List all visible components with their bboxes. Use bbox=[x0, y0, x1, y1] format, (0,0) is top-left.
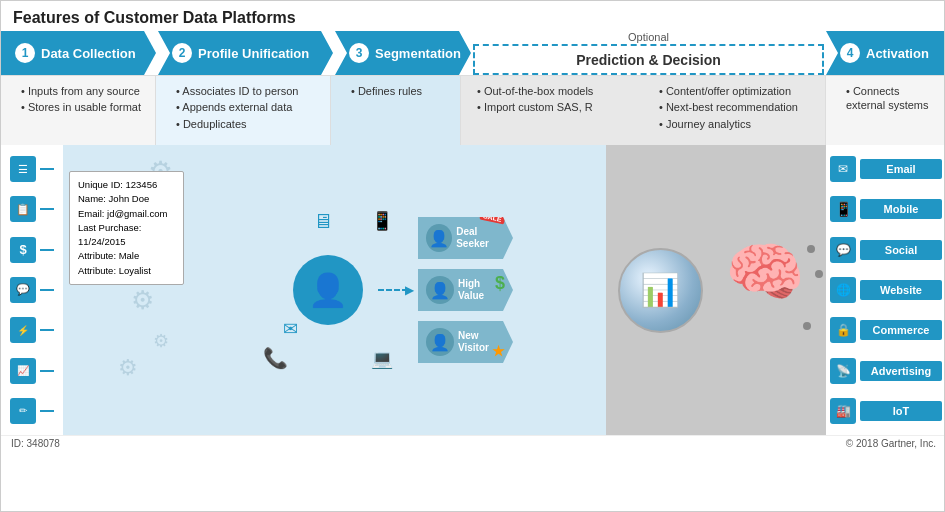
profile-purchase: Last Purchase: 11/24/2015 bbox=[78, 221, 175, 250]
profile-attr2: Attribute: Loyalist bbox=[78, 264, 175, 278]
desc-pred-1: Out-of-the-box models bbox=[477, 84, 635, 98]
left-icon-row-7: ✏ bbox=[10, 398, 54, 424]
desc-pred-2: Import custom SAS, R bbox=[477, 100, 635, 114]
step-1[interactable]: 1 Data Collection bbox=[1, 31, 156, 75]
center-blue-area: Unique ID: 123456 Name: John Doe Email: … bbox=[63, 145, 826, 435]
desc-pu-3: Deduplicates bbox=[176, 117, 298, 131]
step-3-num: 3 bbox=[349, 43, 369, 63]
desc-pred-5: Journey analytics bbox=[659, 117, 817, 131]
step-3-label: Segmentation bbox=[375, 46, 461, 61]
channel-website-row: 🌐 Website bbox=[830, 277, 942, 303]
commerce-label: Commerce bbox=[860, 320, 942, 340]
data-source-icon-7: ✏ bbox=[10, 398, 36, 424]
network-node-1 bbox=[807, 245, 815, 253]
profile-id: Unique ID: 123456 bbox=[78, 178, 175, 192]
crystal-ball: 📊 bbox=[618, 248, 703, 333]
prediction-label: Prediction & Decision bbox=[576, 52, 721, 68]
step-1-num: 1 bbox=[15, 43, 35, 63]
star-badge: ★ bbox=[492, 343, 505, 359]
social-icon: 💬 bbox=[830, 237, 856, 263]
desc-seg-1: Defines rules bbox=[351, 84, 422, 98]
segment-icon-2: 👤 bbox=[426, 276, 454, 304]
device-tablet: 📱 bbox=[371, 210, 393, 232]
profile-name: Name: John Doe bbox=[78, 192, 175, 206]
left-icon-row-6: 📈 bbox=[10, 358, 54, 384]
step-1-label: Data Collection bbox=[41, 46, 136, 61]
profile-attr1: Attribute: Male bbox=[78, 249, 175, 263]
step-4[interactable]: 4 Activation bbox=[826, 31, 945, 75]
gear-decoration-6: ⚙ bbox=[118, 355, 138, 381]
prediction-box: Prediction & Decision bbox=[473, 44, 824, 75]
email-label: Email bbox=[860, 159, 942, 179]
email-icon: ✉ bbox=[830, 156, 856, 182]
network-node-3 bbox=[803, 322, 811, 330]
device-laptop: 💻 bbox=[371, 348, 393, 370]
central-person-circle: 👤 bbox=[293, 255, 363, 325]
step-4-label: Activation bbox=[866, 46, 929, 61]
desc-profile-unification: Associates ID to person Appends external… bbox=[156, 76, 331, 145]
channel-email-row: ✉ Email bbox=[830, 156, 942, 182]
step-2-num: 2 bbox=[172, 43, 192, 63]
description-row: Inputs from any source Stores in usable … bbox=[1, 75, 945, 145]
segment-1-label: Deal Seeker bbox=[456, 226, 489, 250]
desc-pu-2: Appends external data bbox=[176, 100, 298, 114]
mobile-label: Mobile bbox=[860, 199, 942, 219]
data-source-icon-4: 💬 bbox=[10, 277, 36, 303]
left-icons-column: ☰ 📋 $ 💬 ⚡ 📈 bbox=[1, 145, 63, 435]
data-source-icon-5: ⚡ bbox=[10, 317, 36, 343]
advertising-label: Advertising bbox=[860, 361, 942, 381]
prediction-optional-box: Optional Prediction & Decision bbox=[473, 31, 824, 75]
connector-line-2 bbox=[40, 208, 54, 210]
segment-high-value: 👤 High Value $ bbox=[418, 269, 513, 311]
brain-icon: 🧠 bbox=[715, 240, 815, 304]
network-node-2 bbox=[815, 270, 823, 278]
arrow-head: ▶ bbox=[405, 283, 414, 297]
desc-pred-4: Next-best recommendation bbox=[659, 100, 817, 114]
segment-new-visitor: 👤 New Visitor ★ bbox=[418, 321, 513, 363]
data-source-icon-1: ☰ bbox=[10, 156, 36, 182]
desc-pred-3: Content/offer optimization bbox=[659, 84, 817, 98]
connector-line-1 bbox=[40, 168, 54, 170]
device-phone: 📞 bbox=[263, 346, 288, 370]
gear-decoration-4: ⚙ bbox=[131, 285, 154, 316]
gear-decoration-5: ⚙ bbox=[153, 330, 169, 352]
step-3[interactable]: 3 Segmentation bbox=[335, 31, 471, 75]
desc-data-collection: Inputs from any source Stores in usable … bbox=[1, 76, 156, 145]
right-channels-column: ✉ Email 📱 Mobile 💬 Social 🌐 Website 🔒 Co… bbox=[826, 145, 945, 435]
device-email: ✉ bbox=[283, 318, 298, 340]
mobile-icon: 📱 bbox=[830, 196, 856, 222]
left-icon-row-4: 💬 bbox=[10, 277, 54, 303]
desc-act-1: Connects external systems bbox=[846, 84, 936, 113]
desc-pred-col2: Content/offer optimization Next-best rec… bbox=[643, 76, 825, 141]
segments-area: 👤 Deal Seeker SALE 👤 High Value $ 👤 New … bbox=[418, 217, 513, 363]
connector-line-5 bbox=[40, 329, 54, 331]
sale-badge: SALE bbox=[480, 211, 506, 225]
steps-row: 1 Data Collection 2 Profile Unification … bbox=[1, 31, 945, 75]
dollar-badge: $ bbox=[495, 273, 505, 294]
step-4-num: 4 bbox=[840, 43, 860, 63]
channel-mobile-row: 📱 Mobile bbox=[830, 196, 942, 222]
segment-deal-seeker: 👤 Deal Seeker SALE bbox=[418, 217, 513, 259]
data-source-icon-2: 📋 bbox=[10, 196, 36, 222]
desc-segmentation: Defines rules bbox=[331, 76, 461, 145]
segment-icon-1: 👤 bbox=[426, 224, 452, 252]
page-title: Features of Customer Data Platforms bbox=[1, 1, 945, 31]
data-source-icon-3: $ bbox=[10, 237, 36, 263]
footer: ID: 348078 © 2018 Gartner, Inc. bbox=[1, 435, 945, 451]
channel-iot-row: 🏭 IoT bbox=[830, 398, 942, 424]
channel-advertising-row: 📡 Advertising bbox=[830, 358, 942, 384]
connector-line-3 bbox=[40, 249, 54, 251]
left-icon-row-3: $ bbox=[10, 237, 54, 263]
profile-email: Email: jd@gmail.com bbox=[78, 207, 175, 221]
connector-line-7 bbox=[40, 410, 54, 412]
dashed-arrow-line bbox=[378, 289, 408, 291]
website-icon: 🌐 bbox=[830, 277, 856, 303]
step-2[interactable]: 2 Profile Unification bbox=[158, 31, 333, 75]
social-label: Social bbox=[860, 240, 942, 260]
brain-network: 🧠 bbox=[715, 240, 815, 340]
advertising-icon: 📡 bbox=[830, 358, 856, 384]
desc-pred-col1: Out-of-the-box models Import custom SAS,… bbox=[461, 76, 643, 125]
chart-icon: 📊 bbox=[640, 271, 680, 309]
channel-social-row: 💬 Social bbox=[830, 237, 942, 263]
iot-icon: 🏭 bbox=[830, 398, 856, 424]
